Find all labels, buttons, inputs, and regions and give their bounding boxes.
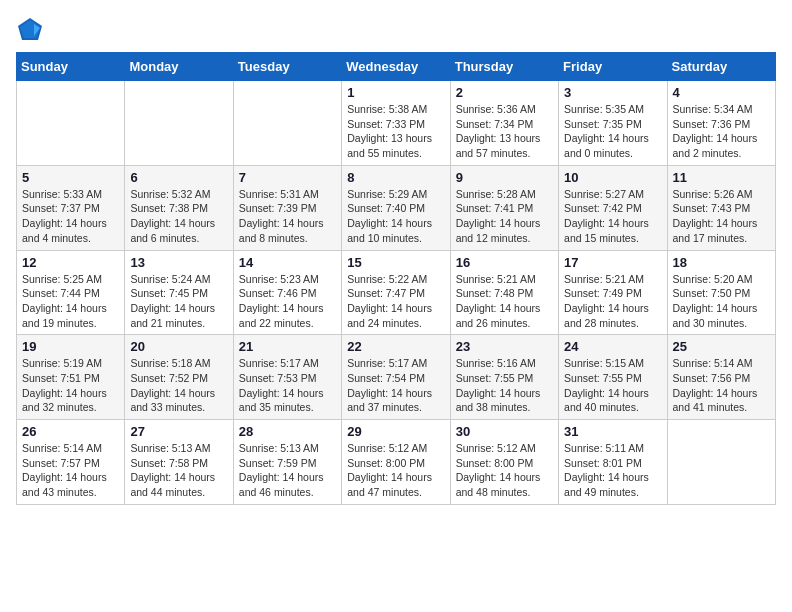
day-info: Sunrise: 5:24 AM Sunset: 7:45 PM Dayligh… [130,272,227,331]
calendar-week-row: 1Sunrise: 5:38 AM Sunset: 7:33 PM Daylig… [17,81,776,166]
day-info: Sunrise: 5:17 AM Sunset: 7:53 PM Dayligh… [239,356,336,415]
day-number: 11 [673,170,770,185]
calendar-cell: 1Sunrise: 5:38 AM Sunset: 7:33 PM Daylig… [342,81,450,166]
day-info: Sunrise: 5:21 AM Sunset: 7:48 PM Dayligh… [456,272,553,331]
day-number: 18 [673,255,770,270]
day-info: Sunrise: 5:25 AM Sunset: 7:44 PM Dayligh… [22,272,119,331]
calendar-cell: 18Sunrise: 5:20 AM Sunset: 7:50 PM Dayli… [667,250,775,335]
day-number: 31 [564,424,661,439]
calendar-cell: 6Sunrise: 5:32 AM Sunset: 7:38 PM Daylig… [125,165,233,250]
calendar-cell: 3Sunrise: 5:35 AM Sunset: 7:35 PM Daylig… [559,81,667,166]
calendar-day-header: Wednesday [342,53,450,81]
calendar-cell [667,420,775,505]
calendar-day-header: Thursday [450,53,558,81]
day-number: 29 [347,424,444,439]
day-info: Sunrise: 5:19 AM Sunset: 7:51 PM Dayligh… [22,356,119,415]
calendar-cell: 25Sunrise: 5:14 AM Sunset: 7:56 PM Dayli… [667,335,775,420]
calendar-cell: 4Sunrise: 5:34 AM Sunset: 7:36 PM Daylig… [667,81,775,166]
calendar-cell: 15Sunrise: 5:22 AM Sunset: 7:47 PM Dayli… [342,250,450,335]
day-info: Sunrise: 5:35 AM Sunset: 7:35 PM Dayligh… [564,102,661,161]
day-number: 21 [239,339,336,354]
day-info: Sunrise: 5:20 AM Sunset: 7:50 PM Dayligh… [673,272,770,331]
calendar-cell [233,81,341,166]
calendar-cell: 19Sunrise: 5:19 AM Sunset: 7:51 PM Dayli… [17,335,125,420]
day-info: Sunrise: 5:31 AM Sunset: 7:39 PM Dayligh… [239,187,336,246]
day-number: 4 [673,85,770,100]
day-info: Sunrise: 5:33 AM Sunset: 7:37 PM Dayligh… [22,187,119,246]
day-number: 12 [22,255,119,270]
calendar-cell [125,81,233,166]
day-number: 30 [456,424,553,439]
day-number: 26 [22,424,119,439]
day-number: 5 [22,170,119,185]
day-number: 17 [564,255,661,270]
calendar-cell: 10Sunrise: 5:27 AM Sunset: 7:42 PM Dayli… [559,165,667,250]
calendar-cell: 5Sunrise: 5:33 AM Sunset: 7:37 PM Daylig… [17,165,125,250]
calendar-cell: 24Sunrise: 5:15 AM Sunset: 7:55 PM Dayli… [559,335,667,420]
calendar-cell: 9Sunrise: 5:28 AM Sunset: 7:41 PM Daylig… [450,165,558,250]
calendar-cell: 7Sunrise: 5:31 AM Sunset: 7:39 PM Daylig… [233,165,341,250]
day-info: Sunrise: 5:36 AM Sunset: 7:34 PM Dayligh… [456,102,553,161]
day-info: Sunrise: 5:18 AM Sunset: 7:52 PM Dayligh… [130,356,227,415]
calendar-cell: 14Sunrise: 5:23 AM Sunset: 7:46 PM Dayli… [233,250,341,335]
day-number: 25 [673,339,770,354]
calendar-week-row: 19Sunrise: 5:19 AM Sunset: 7:51 PM Dayli… [17,335,776,420]
day-number: 28 [239,424,336,439]
day-info: Sunrise: 5:14 AM Sunset: 7:57 PM Dayligh… [22,441,119,500]
day-number: 14 [239,255,336,270]
day-info: Sunrise: 5:13 AM Sunset: 7:59 PM Dayligh… [239,441,336,500]
day-info: Sunrise: 5:15 AM Sunset: 7:55 PM Dayligh… [564,356,661,415]
calendar-cell: 13Sunrise: 5:24 AM Sunset: 7:45 PM Dayli… [125,250,233,335]
calendar-cell: 22Sunrise: 5:17 AM Sunset: 7:54 PM Dayli… [342,335,450,420]
day-info: Sunrise: 5:16 AM Sunset: 7:55 PM Dayligh… [456,356,553,415]
day-info: Sunrise: 5:29 AM Sunset: 7:40 PM Dayligh… [347,187,444,246]
calendar-day-header: Saturday [667,53,775,81]
day-info: Sunrise: 5:32 AM Sunset: 7:38 PM Dayligh… [130,187,227,246]
calendar-cell: 12Sunrise: 5:25 AM Sunset: 7:44 PM Dayli… [17,250,125,335]
calendar-cell: 26Sunrise: 5:14 AM Sunset: 7:57 PM Dayli… [17,420,125,505]
calendar-cell: 27Sunrise: 5:13 AM Sunset: 7:58 PM Dayli… [125,420,233,505]
calendar-week-row: 12Sunrise: 5:25 AM Sunset: 7:44 PM Dayli… [17,250,776,335]
day-info: Sunrise: 5:38 AM Sunset: 7:33 PM Dayligh… [347,102,444,161]
day-info: Sunrise: 5:14 AM Sunset: 7:56 PM Dayligh… [673,356,770,415]
calendar-cell: 17Sunrise: 5:21 AM Sunset: 7:49 PM Dayli… [559,250,667,335]
day-number: 24 [564,339,661,354]
calendar-week-row: 5Sunrise: 5:33 AM Sunset: 7:37 PM Daylig… [17,165,776,250]
day-number: 15 [347,255,444,270]
day-info: Sunrise: 5:12 AM Sunset: 8:00 PM Dayligh… [456,441,553,500]
day-info: Sunrise: 5:27 AM Sunset: 7:42 PM Dayligh… [564,187,661,246]
day-info: Sunrise: 5:28 AM Sunset: 7:41 PM Dayligh… [456,187,553,246]
calendar-cell: 23Sunrise: 5:16 AM Sunset: 7:55 PM Dayli… [450,335,558,420]
day-info: Sunrise: 5:12 AM Sunset: 8:00 PM Dayligh… [347,441,444,500]
calendar-cell: 11Sunrise: 5:26 AM Sunset: 7:43 PM Dayli… [667,165,775,250]
day-info: Sunrise: 5:11 AM Sunset: 8:01 PM Dayligh… [564,441,661,500]
day-number: 7 [239,170,336,185]
day-info: Sunrise: 5:23 AM Sunset: 7:46 PM Dayligh… [239,272,336,331]
page-header [16,16,776,44]
day-info: Sunrise: 5:34 AM Sunset: 7:36 PM Dayligh… [673,102,770,161]
calendar-cell: 21Sunrise: 5:17 AM Sunset: 7:53 PM Dayli… [233,335,341,420]
day-number: 13 [130,255,227,270]
day-number: 22 [347,339,444,354]
day-number: 27 [130,424,227,439]
calendar-header-row: SundayMondayTuesdayWednesdayThursdayFrid… [17,53,776,81]
calendar-cell: 31Sunrise: 5:11 AM Sunset: 8:01 PM Dayli… [559,420,667,505]
calendar-cell: 8Sunrise: 5:29 AM Sunset: 7:40 PM Daylig… [342,165,450,250]
day-info: Sunrise: 5:26 AM Sunset: 7:43 PM Dayligh… [673,187,770,246]
logo [16,16,46,44]
calendar-cell: 30Sunrise: 5:12 AM Sunset: 8:00 PM Dayli… [450,420,558,505]
day-number: 23 [456,339,553,354]
day-number: 6 [130,170,227,185]
day-info: Sunrise: 5:13 AM Sunset: 7:58 PM Dayligh… [130,441,227,500]
calendar-cell: 2Sunrise: 5:36 AM Sunset: 7:34 PM Daylig… [450,81,558,166]
day-info: Sunrise: 5:22 AM Sunset: 7:47 PM Dayligh… [347,272,444,331]
calendar-cell: 16Sunrise: 5:21 AM Sunset: 7:48 PM Dayli… [450,250,558,335]
day-info: Sunrise: 5:17 AM Sunset: 7:54 PM Dayligh… [347,356,444,415]
calendar-cell: 29Sunrise: 5:12 AM Sunset: 8:00 PM Dayli… [342,420,450,505]
calendar-cell: 20Sunrise: 5:18 AM Sunset: 7:52 PM Dayli… [125,335,233,420]
calendar-day-header: Tuesday [233,53,341,81]
calendar-day-header: Sunday [17,53,125,81]
day-number: 8 [347,170,444,185]
day-number: 1 [347,85,444,100]
calendar-cell [17,81,125,166]
